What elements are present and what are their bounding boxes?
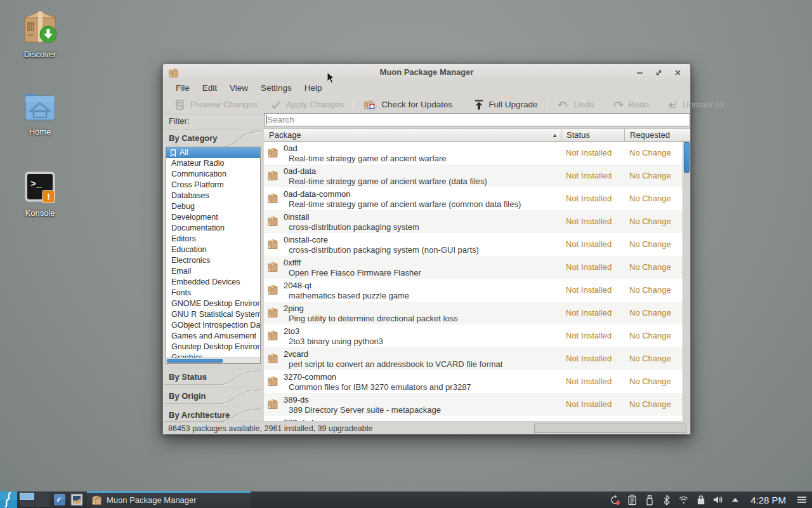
filter-tab-by-origin[interactable]: By Origin — [163, 387, 262, 404]
software-updates-icon[interactable] — [610, 495, 620, 505]
category-item[interactable]: Haskell Programming Language — [166, 363, 260, 364]
scrollbar-thumb[interactable] — [684, 142, 690, 173]
category-item[interactable]: Electronics — [166, 255, 260, 266]
pager-desktop-1[interactable] — [20, 493, 34, 500]
category-item[interactable]: Debug — [166, 201, 260, 212]
category-item[interactable]: Databases — [166, 190, 260, 201]
category-item[interactable]: Documentation — [166, 223, 260, 234]
package-row[interactable]: 0install-core cross-distribution packagi… — [264, 233, 690, 256]
virtual-desktop-pager[interactable] — [20, 493, 49, 507]
taskbar: Muon Package Manager — [0, 491, 812, 508]
desktop-icon-konsole[interactable]: >_ ! Konsole — [10, 169, 70, 218]
apply-changes-button[interactable]: Apply Changes — [264, 97, 351, 113]
category-item[interactable]: Gnustep Desktop Environment — [166, 342, 260, 352]
category-item[interactable]: GNU R Statistical System — [166, 309, 260, 320]
taskbar-app-icon-1[interactable] — [53, 493, 66, 506]
category-item[interactable]: GNOME Desktop Environment — [166, 298, 260, 309]
unmark-all-button[interactable]: Unmark All — [660, 97, 730, 113]
category-list[interactable]: All Amateur Radio Communication — [166, 147, 261, 364]
check-for-updates-button[interactable]: Check for Updates — [357, 97, 459, 113]
taskbar-app-icon-2[interactable] — [70, 493, 83, 506]
package-row[interactable]: 2vcard perl script to convert an address… — [264, 347, 690, 370]
wifi-icon[interactable] — [678, 495, 689, 505]
package-icon — [267, 283, 278, 296]
category-item[interactable]: Fonts — [166, 288, 260, 298]
redo-icon — [612, 100, 624, 110]
package-row[interactable]: 0install cross-distribution packaging sy… — [264, 210, 690, 233]
maximize-button[interactable] — [653, 67, 664, 77]
application-launcher-icon[interactable] — [0, 491, 17, 508]
category-horizontal-scrollbar[interactable] — [166, 358, 260, 363]
desktop-icon-discover[interactable]: Discover — [10, 6, 70, 59]
package-row[interactable]: 3270-common Common files for IBM 3270 em… — [264, 370, 690, 393]
category-item[interactable]: Amateur Radio — [166, 158, 260, 169]
taskbar-task-muon[interactable]: Muon Package Manager — [87, 491, 251, 508]
category-item[interactable]: Development — [166, 212, 260, 223]
filter-tab-by-architecture[interactable]: By Architecture — [163, 406, 262, 424]
menu-view[interactable]: View — [223, 82, 254, 94]
undo-button[interactable]: Undo — [551, 97, 600, 113]
package-row[interactable]: 389-ds 389 Directory Server suite - meta… — [264, 393, 690, 416]
category-item[interactable]: Games and Amusement — [166, 331, 260, 342]
menu-settings[interactable]: Settings — [254, 82, 298, 94]
category-item[interactable]: Email — [166, 266, 260, 277]
package-row[interactable]: 389-ds-base — [264, 416, 690, 421]
category-item[interactable]: Editors — [166, 234, 260, 244]
package-list-scrollbar[interactable] — [683, 142, 690, 421]
filter-label: Filter: — [169, 116, 190, 126]
filter-tab-by-category[interactable]: By Category — [163, 129, 262, 147]
package-row[interactable]: 0ad Real-time strategy game of ancient w… — [264, 142, 690, 164]
package-list[interactable]: 0ad Real-time strategy game of ancient w… — [264, 142, 690, 421]
desktop-icon-home[interactable]: Home — [10, 88, 70, 137]
package-row[interactable]: 2to3 2to3 binary using python3 Not Insta… — [264, 324, 690, 347]
package-row[interactable]: 0xffff Open Free Fiasco Firmware Flasher… — [264, 256, 690, 279]
category-item[interactable]: Cross Platform — [166, 180, 260, 190]
show-panel-menu-icon[interactable] — [796, 495, 807, 505]
scrollbar-thumb[interactable] — [167, 359, 223, 363]
svg-text:>_: >_ — [30, 179, 43, 190]
full-upgrade-button[interactable]: Full Upgrade — [468, 97, 544, 113]
package-row[interactable]: 2048-qt mathematics based puzzle game No… — [264, 279, 690, 302]
titlebar[interactable]: Muon Package Manager — [163, 64, 690, 81]
pager-desktop-3[interactable] — [20, 500, 34, 507]
task-label: Muon Package Manager — [107, 495, 197, 505]
category-item[interactable]: Education — [166, 244, 260, 255]
lock-icon[interactable] — [695, 495, 706, 505]
status-bar: 86453 packages available, 2961 installed… — [163, 422, 690, 434]
redo-button[interactable]: Redo — [606, 97, 655, 113]
category-item[interactable]: GObject Introspection Data — [166, 320, 260, 331]
column-header-package[interactable]: Package ▲ — [264, 129, 561, 141]
pager-desktop-4[interactable] — [35, 500, 49, 507]
digital-clock[interactable]: 4:28 PM — [750, 495, 786, 505]
column-header-requested[interactable]: Requested — [624, 129, 690, 141]
menu-edit[interactable]: Edit — [196, 82, 223, 94]
package-icon — [267, 329, 278, 342]
package-row[interactable]: 2ping Ping utility to determine directio… — [264, 302, 690, 324]
apply-changes-icon — [270, 99, 282, 110]
package-requested: No Change — [624, 187, 690, 210]
close-button[interactable] — [672, 67, 683, 77]
pager-desktop-2[interactable] — [35, 493, 49, 500]
package-requested — [624, 416, 690, 421]
device-notifier-icon[interactable] — [644, 495, 655, 505]
search-input[interactable] — [264, 113, 690, 126]
clipboard-icon[interactable] — [627, 495, 638, 505]
package-row[interactable]: 0ad-data-common Real-time strategy game … — [264, 187, 690, 210]
minimize-button[interactable] — [634, 67, 645, 77]
menu-file[interactable]: File — [169, 82, 196, 94]
preview-changes-icon — [174, 99, 186, 110]
bluetooth-icon[interactable] — [661, 495, 672, 505]
package-status: Not Installed — [561, 233, 624, 256]
package-status: Not Installed — [561, 302, 624, 324]
category-item[interactable]: Embedded Devices — [166, 277, 260, 288]
package-requested: No Change — [624, 256, 690, 279]
column-header-status[interactable]: Status — [561, 129, 624, 141]
category-item[interactable]: Communication — [166, 169, 260, 180]
expand-tray-icon[interactable] — [730, 495, 740, 505]
filter-tab-by-status[interactable]: By Status — [163, 368, 262, 385]
volume-icon[interactable] — [712, 495, 723, 505]
menu-help[interactable]: Help — [298, 82, 329, 94]
package-row[interactable]: 0ad-data Real-time strategy game of anci… — [264, 164, 690, 187]
preview-changes-button[interactable]: Preview Changes — [168, 97, 264, 113]
category-item[interactable]: All — [166, 147, 260, 158]
